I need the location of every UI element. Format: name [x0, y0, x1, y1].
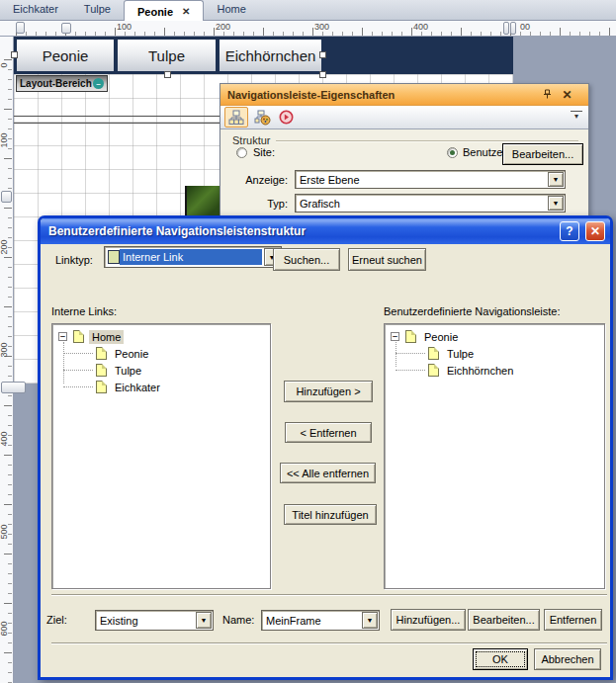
- tab-close-icon[interactable]: ✕: [182, 6, 190, 17]
- page-icon: [428, 347, 439, 360]
- dropdown-arrow-icon[interactable]: ▼: [548, 196, 564, 211]
- internal-links-tree[interactable]: − Home Peonie Tulpe Eichkater: [51, 323, 271, 589]
- page-icon: [428, 364, 439, 377]
- collapse-region-icon[interactable]: –: [93, 78, 104, 89]
- frame-edit-button[interactable]: Bearbeiten...: [468, 609, 540, 631]
- tree-row-tulpe[interactable]: Tulpe: [428, 345, 604, 362]
- tree-item-label[interactable]: Eichhörnchen: [444, 364, 516, 378]
- ruler-margin-marker[interactable]: [61, 23, 71, 34]
- search-again-button[interactable]: Erneut suchen: [348, 248, 426, 271]
- type-value: Grafisch: [296, 195, 547, 212]
- display-dropdown[interactable]: Erste Ebene ▼: [295, 170, 566, 189]
- tree-row-eichkater[interactable]: Eichkater: [96, 379, 270, 395]
- panel-title: Navigationsleiste-Eigenschaften: [227, 89, 395, 101]
- navbar-button-eichhoernchen[interactable]: Eichhörnchen: [219, 39, 322, 72]
- layout-region-chip[interactable]: Layout-Bereich –: [16, 75, 108, 92]
- plant-image-thumbnail[interactable]: [185, 186, 220, 217]
- custom-navbar-tree[interactable]: − Peonie Tulpe Eichhörnchen: [384, 323, 605, 589]
- cancel-button[interactable]: Abbrechen: [534, 648, 601, 670]
- selection-handle[interactable]: [319, 51, 326, 58]
- tree-row-eichhoernchen[interactable]: Eichhörnchen: [428, 362, 604, 379]
- add-button[interactable]: Hinzufügen >: [284, 381, 373, 402]
- frame-remove-button[interactable]: Entfernen: [544, 609, 602, 631]
- type-dropdown[interactable]: Grafisch ▼: [295, 194, 566, 213]
- linktype-label: Linktyp:: [55, 254, 93, 266]
- frame-name-value: MeinFrame: [262, 611, 361, 630]
- vertical-ruler: 0 100 200 300 400 500 600: [0, 37, 14, 683]
- search-button[interactable]: Suchen...: [273, 248, 340, 271]
- pin-icon[interactable]: [540, 87, 555, 102]
- linktype-dropdown[interactable]: Interner Link ▼: [104, 246, 282, 268]
- ruler-guide-marker[interactable]: [510, 22, 516, 35]
- collapse-icon[interactable]: −: [58, 332, 67, 341]
- tree-item-label[interactable]: Tulpe: [112, 364, 144, 378]
- tree-item-label[interactable]: Home: [89, 330, 124, 344]
- tree-item-label[interactable]: Peonie: [112, 347, 151, 361]
- type-label: Typ:: [220, 198, 288, 210]
- custom-navbar-dialog: Benutzerdefinierte Navigationsleistenstr…: [38, 215, 613, 680]
- selection-handle[interactable]: [11, 51, 18, 58]
- display-value: Erste Ebene: [296, 171, 547, 188]
- tab-tulpe[interactable]: Tulpe: [71, 0, 124, 20]
- navbar-object[interactable]: Peonie Tulpe Eichhörnchen: [14, 37, 513, 74]
- tree-item-label[interactable]: Peonie: [421, 330, 461, 344]
- tab-peonie[interactable]: Peonie ✕: [124, 0, 204, 21]
- panel-close-icon[interactable]: ✕: [560, 87, 574, 102]
- ruler-label: 100: [117, 22, 132, 32]
- site-radio[interactable]: [236, 147, 247, 158]
- remove-all-button[interactable]: << Alle entfernen: [280, 463, 376, 483]
- ruler-label: 300: [0, 338, 9, 362]
- dropdown-arrow-icon[interactable]: ▼: [548, 172, 564, 187]
- ruler-label: 100: [0, 128, 9, 152]
- frame-name-dropdown[interactable]: MeinFrame ▼: [261, 610, 380, 631]
- dropdown-arrow-icon[interactable]: ▼: [362, 612, 378, 629]
- tree-item-label[interactable]: Eichkater: [112, 381, 163, 394]
- target-label: Ziel:: [46, 614, 67, 626]
- dialog-title-bar[interactable]: Benutzerdefinierte Navigationsleistenstr…: [41, 218, 610, 244]
- remove-button[interactable]: < Entfernen: [285, 422, 372, 443]
- add-title-button[interactable]: Titel hinzufügen: [284, 504, 377, 525]
- tab-home[interactable]: Home: [204, 0, 258, 20]
- ruler-guide-marker[interactable]: [1, 191, 12, 203]
- page-icon: [405, 330, 416, 343]
- frame-add-button[interactable]: Hinzufügen...: [391, 609, 466, 631]
- preview-play-icon[interactable]: [278, 109, 295, 126]
- selection-handle[interactable]: [319, 71, 326, 78]
- ruler-label: 400: [413, 22, 428, 32]
- tree-row-home[interactable]: − Home: [58, 328, 270, 345]
- ruler-origin-marker[interactable]: [16, 22, 25, 34]
- site-radio-label[interactable]: Site:: [253, 146, 275, 158]
- internal-link-icon: [108, 250, 120, 264]
- ruler-label: 0: [0, 53, 9, 77]
- navbar-button-tulpe[interactable]: Tulpe: [117, 39, 217, 72]
- app-window: Eichkater Tulpe Peonie ✕ Home 100 200 30…: [0, 0, 616, 683]
- help-icon[interactable]: ?: [560, 221, 579, 241]
- name-label: Name:: [222, 614, 254, 626]
- target-dropdown[interactable]: Existing ▼: [95, 610, 214, 631]
- selection-handle[interactable]: [164, 71, 171, 78]
- ruler-label: 400: [0, 427, 9, 451]
- toolbar-overflow-icon[interactable]: ▾: [571, 111, 582, 121]
- display-label: Anzeige:: [220, 174, 288, 186]
- dialog-close-icon[interactable]: ✕: [585, 221, 605, 241]
- collapse-icon[interactable]: −: [391, 332, 399, 341]
- page-icon: [96, 364, 107, 377]
- navbar-style-icon[interactable]: [251, 108, 273, 127]
- group-divider: [276, 140, 578, 142]
- page-icon: [73, 330, 84, 343]
- tree-row-peonie-root[interactable]: − Peonie: [391, 328, 604, 345]
- tree-row-peonie[interactable]: Peonie: [96, 345, 270, 362]
- navbar-button-peonie[interactable]: Peonie: [16, 39, 115, 72]
- custom-radio[interactable]: [447, 147, 458, 158]
- edit-structure-button[interactable]: Bearbeiten...: [502, 143, 583, 165]
- ok-button[interactable]: OK: [473, 648, 528, 670]
- navbar-structure-icon[interactable]: [224, 107, 248, 128]
- dropdown-arrow-icon[interactable]: ▼: [196, 612, 212, 629]
- ruler-guide-marker[interactable]: [503, 22, 509, 35]
- tree-item-label[interactable]: Tulpe: [444, 347, 477, 361]
- tab-eichkater[interactable]: Eichkater: [0, 0, 71, 20]
- tree-row-tulpe[interactable]: Tulpe: [96, 362, 270, 379]
- ruler-margin-marker[interactable]: [1, 382, 26, 393]
- page-tab-bar: Eichkater Tulpe Peonie ✕ Home: [0, 0, 616, 21]
- ruler-label: 200: [216, 22, 230, 32]
